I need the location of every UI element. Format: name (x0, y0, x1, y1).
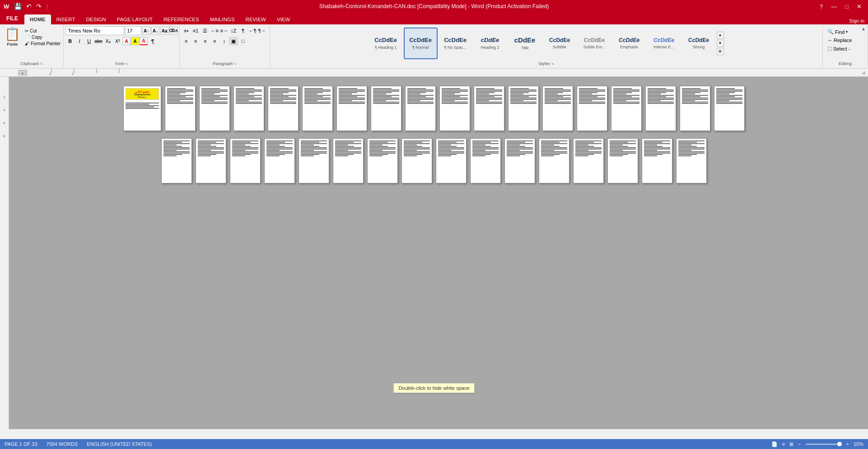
bullets-btn[interactable]: ≡• (182, 26, 191, 35)
style-emphasis[interactable]: CcDdEe Emphasis (612, 28, 646, 59)
page-thumb[interactable] (676, 138, 707, 183)
page-thumb[interactable] (302, 86, 333, 131)
page-thumb[interactable] (642, 138, 672, 183)
zoom-slider[interactable] (806, 444, 842, 445)
align-left-btn[interactable]: ≡ (182, 37, 191, 46)
font-grow-btn[interactable]: A↑ (142, 27, 150, 35)
subscript-btn[interactable]: X₂ (103, 37, 112, 46)
font-name-input[interactable] (65, 26, 124, 35)
style-title[interactable]: cDdEe Title (508, 28, 542, 59)
font-shrink-btn[interactable]: A↓ (151, 27, 159, 35)
styles-expand-arrow[interactable]: ⊞ (717, 48, 724, 55)
style-subtleem[interactable]: CcDdEe Subtle Em... (578, 28, 611, 59)
ruler-indent-marker[interactable]: ▲ (18, 70, 27, 75)
clear-format-btn[interactable]: ⌫A (169, 27, 177, 35)
select-button[interactable]: ⬚ Select - (825, 45, 866, 52)
help-btn[interactable]: ? (817, 3, 826, 10)
page-thumb[interactable] (230, 138, 261, 183)
page-thumb[interactable] (165, 86, 196, 131)
style-normal[interactable]: CcDdEe ¶ Normal (404, 28, 438, 59)
page-thumb[interactable] (611, 86, 642, 131)
zoom-out-btn[interactable]: − (798, 441, 801, 447)
page-thumb[interactable] (196, 138, 226, 183)
paragraph-expand[interactable]: ↘ (233, 61, 237, 65)
tab-file[interactable]: FILE (0, 13, 24, 24)
redo-icon[interactable]: ↷ (35, 2, 43, 11)
page-thumb[interactable] (161, 138, 192, 183)
page-thumb[interactable] (299, 138, 329, 183)
page-thumb[interactable] (371, 86, 401, 131)
strikethrough-btn[interactable]: abc (94, 37, 103, 46)
page-thumb[interactable] (508, 86, 539, 131)
decrease-indent-btn[interactable]: ←≡ (210, 26, 219, 35)
style-subtitle[interactable]: CcDdEe Subtitle (543, 28, 577, 59)
multilevel-btn[interactable]: ☰ (201, 26, 210, 35)
highlight-btn[interactable]: A (131, 37, 139, 45)
save-icon[interactable]: 💾 (13, 2, 23, 11)
text-effects-btn[interactable]: A (122, 37, 131, 45)
page-thumb[interactable] (474, 86, 504, 131)
page-thumb[interactable] (607, 138, 638, 183)
font-expand[interactable]: ↘ (125, 61, 128, 65)
page-thumb[interactable] (233, 86, 264, 131)
web-layout-btn[interactable]: ⊞ (789, 441, 793, 447)
signin-button[interactable]: Sign in (845, 17, 868, 24)
page-thumb[interactable] (577, 86, 607, 131)
rtl-btn[interactable]: ←¶ (248, 26, 257, 35)
sort-btn[interactable]: ↕Z (229, 26, 238, 35)
page-thumb[interactable] (436, 138, 467, 183)
page-thumb[interactable] (714, 86, 745, 131)
page-thumb[interactable] (401, 138, 432, 183)
cut-button[interactable]: ✂ Cut (24, 28, 61, 34)
page-thumb[interactable] (405, 86, 436, 131)
close-btn[interactable]: ✕ (854, 3, 864, 10)
zoom-in-btn[interactable]: + (846, 441, 849, 447)
style-intenseem[interactable]: CcDdEe Intense E... (647, 28, 681, 59)
page-thumb[interactable] (539, 138, 569, 183)
find-button[interactable]: 🔍 Find ▾ (825, 28, 866, 36)
page-thumb[interactable] (573, 138, 604, 183)
tab-view[interactable]: VIEW (271, 14, 295, 24)
style-heading2[interactable]: cDdEe Heading 2 (473, 28, 507, 59)
tab-review[interactable]: REVIEW (240, 14, 271, 24)
font-color-btn[interactable]: A (140, 37, 148, 45)
align-right-btn[interactable]: ≡ (201, 37, 210, 46)
superscript-btn[interactable]: X² (113, 37, 122, 46)
page-thumb[interactable] (504, 138, 535, 183)
styles-up-arrow[interactable]: ▲ (717, 32, 724, 39)
tab-insert[interactable]: INSERT (51, 14, 81, 24)
page-thumb[interactable] (645, 86, 676, 131)
tab-home[interactable]: HOME (24, 14, 51, 24)
page-thumb[interactable] (333, 138, 364, 183)
font-size-input[interactable] (125, 26, 141, 35)
print-layout-btn[interactable]: 📄 (771, 441, 778, 447)
tab-mailings[interactable]: MAILINGS (205, 14, 240, 24)
line-spacing-btn[interactable]: ↕ (219, 37, 229, 46)
bold-btn[interactable]: B (65, 37, 75, 46)
tab-references[interactable]: REFERENCES (158, 14, 205, 24)
replace-button[interactable]: ↔ Replace (825, 37, 866, 44)
styles-expand[interactable]: ↘ (551, 61, 554, 65)
editing-collapse[interactable]: ▲ (861, 26, 866, 31)
minimize-btn[interactable]: — (828, 3, 840, 10)
styles-scroll[interactable]: ▲ ▼ ⊞ (717, 32, 724, 55)
shading-btn[interactable]: ▣ (229, 37, 238, 46)
tab-pagelayout[interactable]: PAGE LAYOUT (112, 14, 158, 24)
format-painter-button[interactable]: 🖌 Format Painter (24, 41, 61, 47)
numbering-btn[interactable]: ≡1 (191, 26, 200, 35)
page-thumb[interactable] (268, 86, 299, 131)
increase-indent-btn[interactable]: ≡→ (219, 26, 229, 35)
page-thumb[interactable] (542, 86, 573, 131)
paste-button[interactable]: 📋 Paste (2, 26, 23, 48)
para-marks-btn[interactable]: ¶ (148, 37, 157, 46)
clipboard-expand[interactable]: ↘ (40, 61, 43, 65)
align-center-btn[interactable]: ≡ (191, 37, 200, 46)
read-mode-btn[interactable]: ≡ (782, 441, 785, 447)
page-thumb[interactable] (470, 138, 501, 183)
page-thumb[interactable] (680, 86, 710, 131)
ltr-btn[interactable]: ¶→ (257, 26, 266, 35)
page-thumb[interactable]: تحقیق آنلاین Tehghighonline مرجع مقاله..… (123, 86, 161, 131)
page-thumb[interactable] (264, 138, 295, 183)
underline-btn[interactable]: U (84, 37, 93, 46)
page-thumb[interactable] (439, 86, 470, 131)
